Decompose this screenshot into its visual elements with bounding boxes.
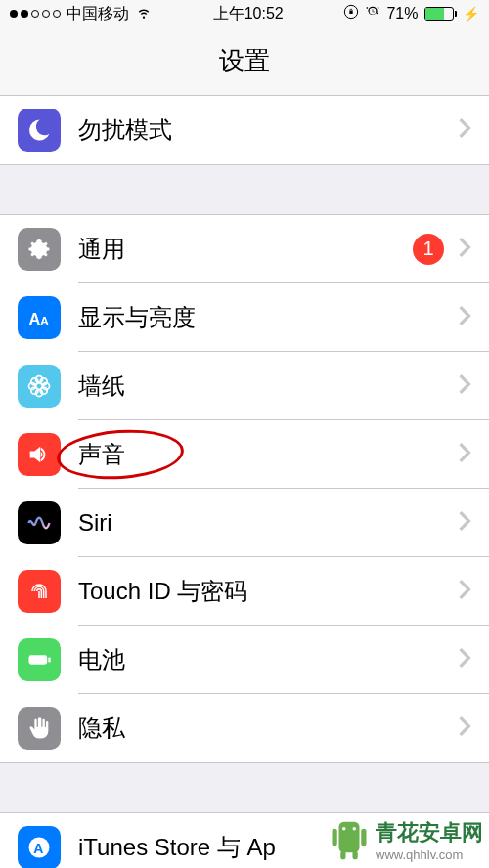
hand-icon xyxy=(18,707,61,750)
watermark-url: www.qhhlv.com xyxy=(376,847,463,862)
signal-dots-icon xyxy=(10,10,61,18)
chevron-right-icon xyxy=(458,510,471,536)
svg-rect-16 xyxy=(339,821,360,852)
svg-text:A: A xyxy=(29,310,41,327)
chevron-right-icon xyxy=(458,716,471,741)
row-siri[interactable]: Siri xyxy=(0,489,489,557)
svg-rect-12 xyxy=(29,655,48,664)
svg-rect-20 xyxy=(353,850,358,859)
row-label: 墙纸 xyxy=(78,370,458,402)
row-label: Siri xyxy=(78,509,458,537)
row-label: 隐私 xyxy=(78,713,458,744)
carrier-label: 中国移动 xyxy=(67,4,129,24)
moon-icon xyxy=(18,108,61,152)
flower-icon xyxy=(18,365,61,408)
speaker-icon xyxy=(18,433,61,476)
chevron-right-icon xyxy=(458,579,471,604)
wifi-icon xyxy=(135,3,153,24)
chevron-right-icon xyxy=(458,647,471,673)
row-privacy[interactable]: 隐私 xyxy=(0,694,489,762)
battery-icon xyxy=(424,7,458,21)
row-label: 显示与亮度 xyxy=(78,302,458,333)
chevron-right-icon xyxy=(458,442,471,467)
row-label: Touch ID 与密码 xyxy=(78,576,458,607)
row-label: 声音 xyxy=(78,439,458,470)
status-time: 上午10:52 xyxy=(153,4,343,24)
charging-icon: ⚡ xyxy=(463,6,479,22)
status-bar: 中国移动 上午10:52 71% ⚡ xyxy=(0,0,489,27)
row-general[interactable]: 通用 1 xyxy=(0,215,489,283)
chevron-right-icon xyxy=(458,373,471,399)
svg-rect-18 xyxy=(361,828,366,846)
watermark-title: 青花安卓网 xyxy=(376,818,483,847)
siri-icon xyxy=(18,501,61,544)
status-right: 71% ⚡ xyxy=(343,4,479,23)
row-sound[interactable]: 声音 xyxy=(0,420,489,489)
notification-badge: 1 xyxy=(413,234,444,265)
row-touchid[interactable]: Touch ID 与密码 xyxy=(0,557,489,626)
nav-bar: 设置 xyxy=(0,27,489,96)
svg-text:A: A xyxy=(33,841,43,856)
row-label: 电池 xyxy=(78,644,458,675)
watermark-logo-icon xyxy=(329,820,370,861)
orientation-lock-icon xyxy=(343,4,359,23)
section-main: 通用 1 AA 显示与亮度 墙纸 声音 xyxy=(0,214,489,763)
battery-box-icon xyxy=(18,638,61,681)
row-label: 通用 xyxy=(78,234,413,265)
page-title: 设置 xyxy=(219,44,270,78)
text-size-icon: AA xyxy=(18,296,61,339)
battery-pct: 71% xyxy=(386,5,418,22)
alarm-icon xyxy=(365,4,380,23)
watermark: 青花安卓网 www.qhhlv.com xyxy=(329,818,483,862)
status-left: 中国移动 xyxy=(10,3,153,24)
gear-icon xyxy=(18,228,61,271)
row-battery[interactable]: 电池 xyxy=(0,626,489,694)
chevron-right-icon xyxy=(458,305,471,330)
fingerprint-icon xyxy=(18,570,61,613)
row-label: 勿扰模式 xyxy=(78,114,458,146)
appstore-icon: A xyxy=(18,826,61,868)
svg-rect-17 xyxy=(333,828,337,846)
svg-point-22 xyxy=(353,827,357,831)
svg-point-21 xyxy=(342,827,346,831)
chevron-right-icon xyxy=(458,237,471,262)
row-wallpaper[interactable]: 墙纸 xyxy=(0,352,489,420)
row-do-not-disturb[interactable]: 勿扰模式 xyxy=(0,96,489,164)
chevron-right-icon xyxy=(458,117,471,143)
svg-rect-13 xyxy=(48,658,50,663)
section-do-not-disturb: 勿扰模式 xyxy=(0,96,489,165)
row-display[interactable]: AA 显示与亮度 xyxy=(0,283,489,352)
svg-rect-19 xyxy=(340,850,345,859)
svg-text:A: A xyxy=(40,314,49,326)
